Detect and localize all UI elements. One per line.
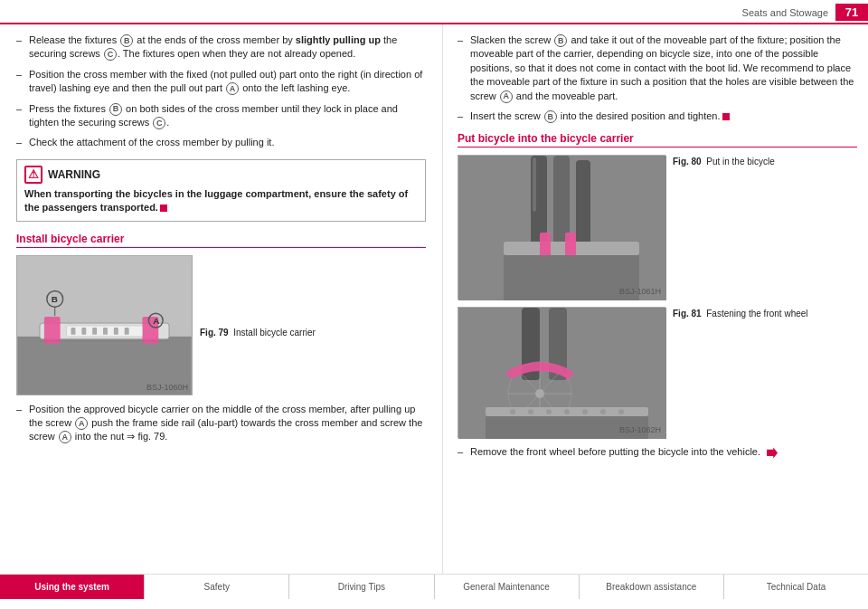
- warning-box: ⚠ WARNING When transporting the bicycles…: [16, 159, 426, 222]
- main-content: – Release the fixtures B at the ends of …: [0, 24, 868, 574]
- figure80-row: BSJ-1061H Fig. 80 Put in the bicycle: [458, 155, 857, 300]
- badge-b: B: [544, 110, 557, 123]
- bullet-text: Position the approved bicycle carrier on…: [29, 403, 426, 444]
- stop-square: [160, 205, 167, 212]
- bullet-text: Insert the screw B into the desired posi…: [470, 109, 730, 123]
- svg-point-42: [582, 409, 588, 414]
- list-item: – Insert the screw B into the desired po…: [458, 109, 857, 123]
- svg-rect-11: [71, 327, 75, 334]
- svg-point-44: [618, 409, 624, 414]
- header-title: Seats and Stowage: [742, 7, 828, 18]
- warning-text: When transporting the bicycles in the lu…: [24, 187, 418, 215]
- figure81-row: BSJ-1062H Fig. 81 Fastening the front wh…: [458, 307, 857, 438]
- stop-square: [722, 113, 730, 120]
- list-item: – Press the fixtures B on both sides of …: [16, 102, 426, 130]
- svg-rect-14: [103, 327, 108, 334]
- badge-a: A: [500, 90, 513, 103]
- svg-text:B: B: [52, 294, 58, 304]
- footer-nav: Using the system Safety Driving Tips Gen…: [0, 574, 868, 599]
- svg-text:A: A: [153, 316, 159, 326]
- figure-id-label: BSJ-1060H: [146, 383, 188, 392]
- bullet-text: Check the attachment of the cross member…: [29, 136, 274, 149]
- bullet-dash: –: [16, 33, 29, 62]
- svg-point-39: [528, 409, 533, 414]
- list-item: – Slacken the screw B and take it out of…: [458, 33, 857, 103]
- svg-rect-15: [114, 327, 118, 334]
- footer-label-using-system: Using the system: [34, 582, 109, 592]
- svg-point-43: [600, 409, 606, 414]
- bullet-dash: –: [16, 136, 29, 149]
- footer-nav-using-system[interactable]: Using the system: [0, 575, 145, 599]
- left-column: – Release the fixtures B at the ends of …: [0, 24, 443, 574]
- svg-point-41: [564, 409, 570, 414]
- bullet-dash: –: [458, 109, 470, 123]
- install-section-heading: Install bicycle carrier: [16, 233, 426, 248]
- svg-point-38: [510, 409, 515, 414]
- footer-nav-general-maintenance[interactable]: General Maintenance: [435, 575, 580, 599]
- figure80-caption: Fig. 80 Put in the bicycle: [673, 155, 775, 167]
- list-item: – Remove the front wheel before putting …: [458, 445, 857, 459]
- svg-rect-12: [81, 327, 86, 334]
- continue-arrow: [767, 447, 778, 458]
- footer-label-technical-data: Technical Data: [767, 582, 826, 592]
- footer-nav-breakdown[interactable]: Breakdown assistance: [580, 575, 724, 599]
- footer-nav-driving-tips[interactable]: Driving Tips: [289, 575, 434, 599]
- svg-rect-21: [576, 160, 590, 246]
- badge-b: B: [554, 34, 567, 47]
- badge-b: B: [109, 103, 122, 116]
- bullet-dash: –: [458, 33, 470, 103]
- footer-label-driving-tips: Driving Tips: [338, 582, 385, 592]
- svg-rect-13: [92, 327, 97, 334]
- badge-a2: A: [59, 431, 71, 443]
- badge-a: A: [75, 417, 88, 430]
- page-number: 71: [835, 4, 868, 21]
- list-item: – Position the approved bicycle carrier …: [16, 403, 426, 444]
- bullet-text: Press the fixtures B on both sides of th…: [29, 102, 426, 130]
- badge-b: B: [120, 34, 133, 47]
- badge-c: C: [153, 117, 165, 129]
- warning-header: ⚠ WARNING: [24, 166, 418, 184]
- footer-nav-safety[interactable]: Safety: [145, 575, 289, 599]
- svg-rect-26: [533, 157, 536, 212]
- bullet-dash: –: [458, 445, 470, 459]
- footer-label-safety: Safety: [204, 582, 230, 592]
- figure81-caption: Fig. 81 Fastening the front wheel: [673, 307, 808, 319]
- bullet-dash: –: [16, 102, 29, 130]
- badge-a: A: [226, 82, 239, 95]
- svg-point-40: [546, 409, 552, 414]
- figure81-image: BSJ-1062H: [458, 307, 665, 438]
- install-image: A B BSJ-: [16, 255, 193, 395]
- right-column: – Slacken the screw B and take it out of…: [443, 24, 868, 574]
- bullet-dash: –: [16, 68, 29, 96]
- list-item: – Check the attachment of the cross memb…: [16, 136, 426, 149]
- bullet-dash: –: [16, 403, 29, 444]
- warning-title: WARNING: [48, 168, 100, 181]
- svg-rect-16: [125, 327, 129, 334]
- svg-rect-3: [44, 317, 61, 344]
- list-item: – Position the cross member with the fix…: [16, 68, 426, 96]
- install-caption: Fig. 79 Install bicycle carrier: [200, 255, 316, 338]
- warning-icon: ⚠: [24, 166, 42, 184]
- bullet-text: Slacken the screw B and take it out of t…: [470, 33, 857, 103]
- put-bicycle-heading: Put bicycle into the bicycle carrier: [458, 132, 857, 147]
- bullet-text: Position the cross member with the fixed…: [29, 68, 426, 96]
- install-figure-area: A B BSJ-: [16, 255, 426, 395]
- footer-label-general-maintenance: General Maintenance: [463, 582, 550, 592]
- badge-c: C: [104, 48, 117, 61]
- bullet-text: Release the fixtures B at the ends of th…: [29, 33, 426, 62]
- list-item: – Release the fixtures B at the ends of …: [16, 33, 426, 62]
- bullet-text: Remove the front wheel before putting th…: [470, 445, 778, 459]
- page-header: Seats and Stowage 71: [0, 0, 868, 24]
- figure80-id: BSJ-1061H: [619, 287, 661, 296]
- footer-label-breakdown: Breakdown assistance: [606, 582, 696, 592]
- figure81-id: BSJ-1062H: [619, 425, 661, 434]
- figure80-image: BSJ-1061H: [458, 155, 665, 300]
- footer-nav-technical-data[interactable]: Technical Data: [724, 575, 868, 599]
